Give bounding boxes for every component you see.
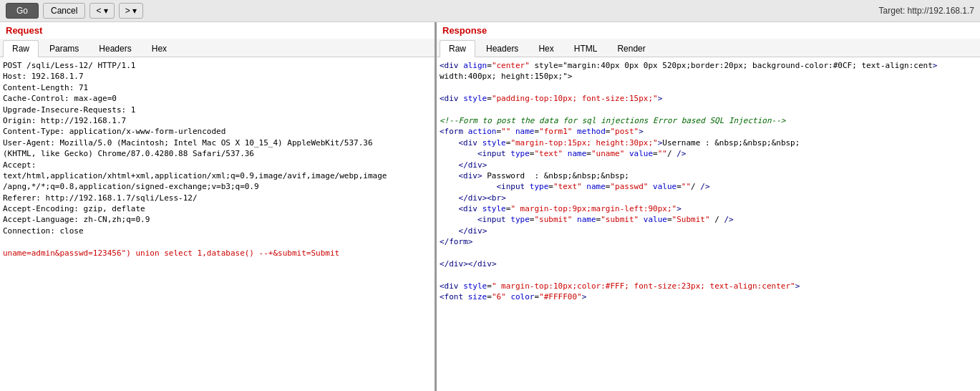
tab-request-headers[interactable]: Headers (89, 40, 140, 57)
forward-button[interactable]: > ▾ (119, 3, 143, 19)
response-title: Response (437, 22, 980, 39)
tab-response-render[interactable]: Render (608, 40, 654, 57)
cancel-button[interactable]: Cancel (43, 3, 85, 19)
tab-response-hex[interactable]: Hex (529, 40, 563, 57)
tab-response-html[interactable]: HTML (565, 40, 607, 57)
request-tabs: Raw Params Headers Hex (0, 39, 435, 57)
request-panel: Request Raw Params Headers Hex POST /sql… (0, 22, 437, 391)
tab-request-hex[interactable]: Hex (142, 40, 176, 57)
tab-request-params[interactable]: Params (40, 40, 88, 57)
tab-response-headers[interactable]: Headers (477, 40, 528, 57)
tab-response-raw[interactable]: Raw (440, 40, 475, 57)
tab-request-raw[interactable]: Raw (3, 40, 39, 57)
go-button[interactable]: Go (6, 3, 39, 19)
request-content[interactable]: POST /sqli/Less-12/ HTTP/1.1 Host: 192.1… (0, 57, 435, 391)
main-area: Request Raw Params Headers Hex POST /sql… (0, 22, 980, 391)
request-title: Request (0, 22, 435, 39)
response-panel: Response Raw Headers Hex HTML Render <di… (437, 22, 980, 391)
response-tabs: Raw Headers Hex HTML Render (437, 39, 980, 57)
back-button[interactable]: < ▾ (89, 3, 114, 19)
toolbar: Go Cancel < ▾ > ▾ Target: http://192.168… (0, 0, 980, 22)
response-content[interactable]: <div align="center" style="margin:40px 0… (437, 57, 980, 391)
target-display: Target: http://192.168.1.7 (879, 6, 974, 16)
